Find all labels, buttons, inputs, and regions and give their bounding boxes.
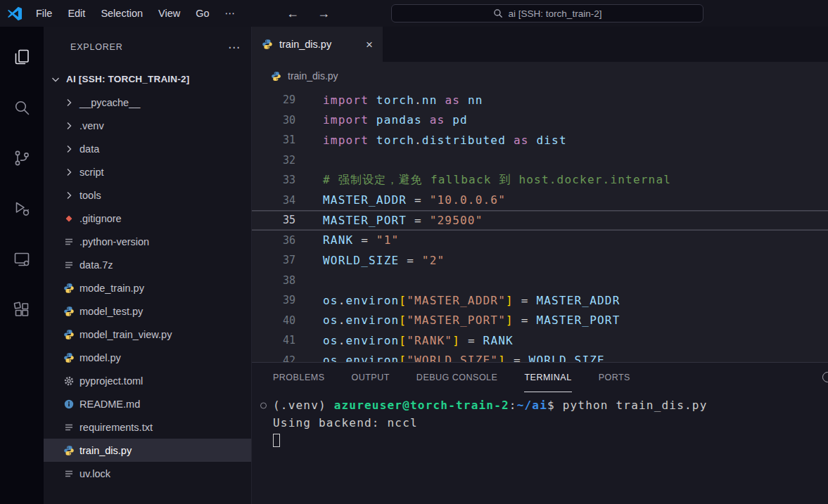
git-icon xyxy=(63,213,75,224)
back-arrow-icon[interactable]: ← xyxy=(286,6,299,21)
menu-selection[interactable]: Selection xyxy=(93,8,151,19)
tree-item-data.7z[interactable]: data.7z xyxy=(44,253,251,276)
panel-tab-terminal[interactable]: TERMINAL xyxy=(524,363,571,392)
code-text: import torch.distributed as dist xyxy=(295,134,567,147)
tree-item-__pycache__[interactable]: __pycache__ xyxy=(44,91,251,114)
code-line-33[interactable]: 33# 强制设定，避免 fallback 到 host.docker.inter… xyxy=(252,170,828,190)
code-line-31[interactable]: 31import torch.distributed as dist xyxy=(252,130,828,150)
code-text: RANK = "1" xyxy=(295,233,399,247)
code-line-29[interactable]: 29import torch.nn as nn xyxy=(252,90,828,110)
menu-more[interactable]: ⋯ xyxy=(217,8,243,19)
tree-item-label: script xyxy=(79,167,104,178)
file-tree: AI [SSH: TORCH_TRAIN-2] __pycache__.venv… xyxy=(44,67,251,504)
code-line-34[interactable]: 34MASTER_ADDR = "10.0.0.6" xyxy=(252,190,828,211)
tree-item-train_dis.py[interactable]: train_dis.py xyxy=(44,439,251,462)
panel-tabs: PROBLEMSOUTPUTDEBUG CONSOLETERMINALPORTS xyxy=(252,363,828,392)
code-line-42[interactable]: 42os.environ["WORLD_SIZE"] = WORLD_SIZE xyxy=(252,351,828,363)
line-number: 32 xyxy=(252,154,295,167)
panel-action-icon[interactable] xyxy=(822,372,828,382)
tree-item-label: .python-version xyxy=(79,236,149,247)
menu-view[interactable]: View xyxy=(151,8,188,19)
code-line-32[interactable]: 32 xyxy=(252,150,828,171)
line-number: 36 xyxy=(252,234,295,247)
tree-item-.gitignore[interactable]: .gitignore xyxy=(44,207,251,230)
terminal-content[interactable]: (.venv) azureuser@torch-train-2:~/ai$ py… xyxy=(252,392,828,504)
code-line-30[interactable]: 30import pandas as pd xyxy=(252,110,828,131)
code-text: os.environ["MASTER_PORT"] = MASTER_PORT xyxy=(295,314,620,327)
code-line-39[interactable]: 39os.environ["MASTER_ADDR"] = MASTER_ADD… xyxy=(252,290,828,311)
tree-item-tools[interactable]: tools xyxy=(44,183,251,207)
breadcrumb[interactable]: train_dis.py xyxy=(252,62,828,90)
line-number: 31 xyxy=(252,134,295,146)
doc-icon xyxy=(63,422,75,433)
code-line-38[interactable]: 38 xyxy=(252,271,828,291)
tree-item-mode_train.py[interactable]: mode_train.py xyxy=(44,276,251,299)
code-text: WORLD_SIZE = "2" xyxy=(295,254,445,267)
line-number: 37 xyxy=(252,254,295,266)
doc-icon xyxy=(63,236,75,247)
remote-explorer-icon[interactable] xyxy=(5,243,39,276)
code-area[interactable]: 29import torch.nn as nn30import pandas a… xyxy=(252,90,828,362)
gear-icon xyxy=(63,375,75,387)
editor-tab-bar: train_dis.py × xyxy=(252,27,828,62)
code-text: os.environ["WORLD_SIZE"] = WORLD_SIZE xyxy=(295,354,605,362)
chevron-right-icon xyxy=(63,143,75,155)
tree-item-model_train_view.py[interactable]: model_train_view.py xyxy=(44,323,251,346)
tree-item-.python-version[interactable]: .python-version xyxy=(44,230,251,253)
tree-item-label: pyproject.toml xyxy=(79,375,143,387)
code-line-41[interactable]: 41os.environ["RANK"] = RANK xyxy=(252,330,828,351)
panel-tab-output[interactable]: OUTPUT xyxy=(351,363,389,392)
code-text: import pandas as pd xyxy=(295,113,468,127)
source-control-icon[interactable] xyxy=(5,141,39,175)
command-center-search[interactable]: ai [SSH: torch_train-2] xyxy=(391,4,703,22)
tab-close-icon[interactable]: × xyxy=(366,39,373,51)
chevron-right-icon xyxy=(63,97,75,108)
panel-tab-debug-console[interactable]: DEBUG CONSOLE xyxy=(416,363,498,392)
tree-item-model.py[interactable]: model.py xyxy=(44,346,251,369)
tree-root-folder[interactable]: AI [SSH: TORCH_TRAIN-2] xyxy=(44,67,251,91)
tree-item-data[interactable]: data xyxy=(44,137,251,160)
python-icon xyxy=(63,352,75,363)
tree-item-script[interactable]: script xyxy=(44,160,251,183)
menu-go[interactable]: Go xyxy=(188,8,217,19)
tree-item-label: uv.lock xyxy=(79,468,110,479)
search-icon xyxy=(493,8,503,18)
vscode-window: FileEditSelectionViewGo⋯ ← → ai [SSH: to… xyxy=(0,0,828,504)
tree-item-model_test.py[interactable]: model_test.py xyxy=(44,299,251,323)
terminal-line-2: Using backend: nccl xyxy=(252,414,828,432)
tree-item-requirements.txt[interactable]: requirements.txt xyxy=(44,415,251,439)
code-line-40[interactable]: 40os.environ["MASTER_PORT"] = MASTER_POR… xyxy=(252,311,828,331)
tree-item-pyproject.toml[interactable]: pyproject.toml xyxy=(44,369,251,392)
line-number: 41 xyxy=(252,334,295,347)
code-line-35[interactable]: 35MASTER_PORT = "29500" xyxy=(252,210,828,231)
tab-train_dis.py[interactable]: train_dis.py × xyxy=(252,27,383,62)
tree-item-label: .venv xyxy=(79,120,104,131)
info-icon xyxy=(63,399,75,410)
run-debug-icon[interactable] xyxy=(5,192,39,226)
tree-item-.venv[interactable]: .venv xyxy=(44,114,251,137)
code-text: os.environ["MASTER_ADDR"] = MASTER_ADDR xyxy=(295,294,620,307)
panel-tab-ports[interactable]: PORTS xyxy=(599,363,630,392)
extensions-icon[interactable] xyxy=(5,293,39,327)
tree-item-label: requirements.txt xyxy=(79,422,153,433)
search-icon[interactable] xyxy=(5,91,39,124)
explorer-more-actions-icon[interactable]: ⋯ xyxy=(228,40,240,55)
tree-item-label: tools xyxy=(79,190,101,201)
forward-arrow-icon[interactable]: → xyxy=(317,6,330,21)
command-decoration-icon[interactable] xyxy=(260,402,267,408)
files-icon[interactable] xyxy=(5,40,39,74)
tree-item-README.md[interactable]: README.md xyxy=(44,392,251,415)
line-number: 38 xyxy=(252,274,295,287)
code-line-37[interactable]: 37WORLD_SIZE = "2" xyxy=(252,250,828,271)
tree-item-label: __pycache__ xyxy=(79,97,140,108)
chevron-right-icon xyxy=(63,120,75,131)
code-line-36[interactable]: 36RANK = "1" xyxy=(252,231,828,251)
panel-tab-problems[interactable]: PROBLEMS xyxy=(273,363,324,392)
doc-icon xyxy=(63,259,75,271)
menu-file[interactable]: File xyxy=(28,8,60,19)
menu-edit[interactable]: Edit xyxy=(60,8,93,19)
tree-item-uv.lock[interactable]: uv.lock xyxy=(44,462,251,485)
tree-item-label: data xyxy=(79,143,99,155)
terminal-line-3 xyxy=(252,432,828,449)
history-navigation: ← → xyxy=(286,6,330,21)
